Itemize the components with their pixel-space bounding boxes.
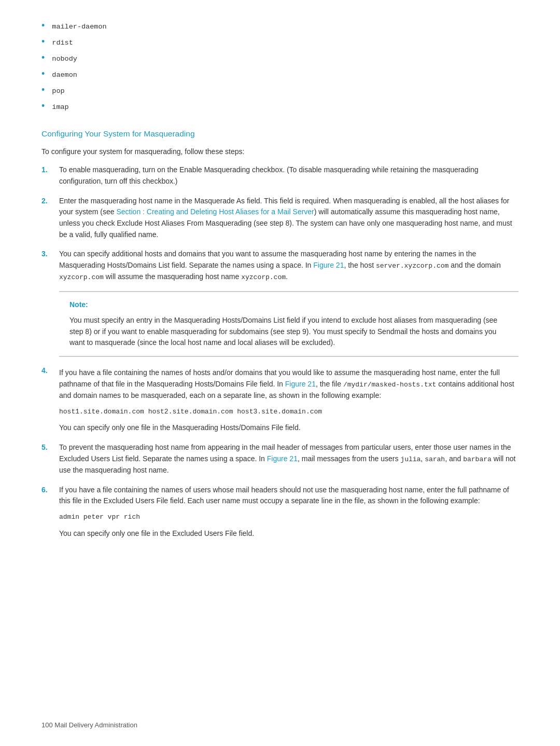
step-1-text: To enable masquerading, turn on the Enab…	[59, 164, 519, 187]
step-2: 2. Enter the masquerading host name in t…	[41, 196, 519, 241]
step-4-text: If you have a file containing the names …	[59, 367, 519, 434]
step-5-link[interactable]: Figure 21	[267, 454, 298, 463]
bullet-item-text: nobody	[52, 54, 77, 65]
step-5-code3: barbara	[463, 455, 492, 463]
step-3-code2: xyzcorp.com	[59, 273, 104, 281]
step-1: 1. To enable masquerading, turn on the E…	[41, 164, 519, 187]
step-5-code1: julia	[400, 455, 421, 463]
step-5-text-middle3: , and	[445, 454, 463, 463]
step-6-text-before: If you have a file containing the names …	[59, 486, 509, 505]
step-6-number: 6.	[41, 485, 56, 496]
step-3-number: 3.	[41, 248, 56, 260]
bullet-item-text: daemon	[52, 70, 77, 81]
bullet-icon: •	[41, 85, 45, 94]
bullet-item-text: rdist	[52, 38, 73, 49]
step-4-text-end: You can specify only one file in the Mas…	[59, 423, 301, 432]
step-3: 3. You can specify additional hosts and …	[41, 248, 519, 283]
intro-text: To configure your system for masqueradin…	[41, 146, 519, 158]
numbered-list: 1. To enable masquerading, turn on the E…	[41, 164, 519, 283]
bullet-item-text: pop	[52, 86, 64, 97]
step-4-number: 4.	[41, 365, 56, 377]
section-heading: Configuring Your System for Masquerading	[41, 128, 519, 140]
step-2-link[interactable]: Section : Creating and Deleting Host Ali…	[116, 208, 314, 216]
bullet-icon: •	[41, 101, 45, 110]
step-3-text: You can specify additional hosts and dom…	[59, 248, 519, 283]
step-6: 6. If you have a file containing the nam…	[41, 485, 519, 540]
numbered-list-continued: 4. If you have a file containing the nam…	[41, 365, 519, 539]
step-4-text-middle: , the file	[316, 380, 343, 388]
step-6-text: If you have a file containing the names …	[59, 485, 519, 540]
step-3-link[interactable]: Figure 21	[313, 261, 344, 269]
step-5-text-middle: , mail messages from the users	[298, 454, 400, 463]
note-box: Note: You must specify an entry in the M…	[59, 291, 519, 357]
step-3-text-end: .	[286, 272, 288, 281]
bullet-item-text: mailer-daemon	[52, 22, 106, 33]
step-4-code-block: host1.site.domain.com host2.site.domain.…	[59, 407, 519, 418]
step-1-number: 1.	[41, 164, 56, 176]
list-item: • rdist	[41, 37, 519, 49]
note-text: You must specify an entry in the Masquer…	[69, 315, 508, 349]
list-item: • mailer-daemon	[41, 21, 519, 33]
list-item: • pop	[41, 85, 519, 97]
step-2-text: Enter the masquerading host name in the …	[59, 196, 519, 241]
step-3-code3: xyzcorp.com	[241, 273, 286, 281]
list-item: • nobody	[41, 53, 519, 65]
step-3-text-middle2: and the domain	[449, 261, 500, 269]
bullet-icon: •	[41, 53, 45, 62]
bullet-icon: •	[41, 69, 45, 78]
step-4: 4. If you have a file containing the nam…	[41, 365, 519, 434]
step-5-code2: sarah	[425, 455, 445, 463]
step-3-text-after: will assume the masquerading host name	[104, 272, 241, 281]
step-4-link[interactable]: Figure 21	[285, 380, 316, 388]
step-6-text-end: You can specify only one file in the Exc…	[59, 529, 254, 537]
list-item: • imap	[41, 101, 519, 113]
step-5: 5. To prevent the masquerading host name…	[41, 442, 519, 476]
step-5-number: 5.	[41, 442, 56, 453]
step-5-text-middle2: ,	[421, 454, 425, 463]
list-item: • daemon	[41, 69, 519, 81]
bullet-list: • mailer-daemon • rdist • nobody • daemo…	[41, 21, 519, 113]
step-5-text: To prevent the masquerading host name fr…	[59, 442, 519, 476]
note-heading: Note:	[69, 299, 508, 311]
bullet-item-text: imap	[52, 102, 68, 113]
step-3-text-middle: , the host	[344, 261, 375, 269]
step-4-code1: /mydir/masked-hosts.txt	[343, 381, 436, 389]
step-2-number: 2.	[41, 196, 56, 207]
page-footer: 100 Mail Delivery Administration	[41, 720, 137, 730]
bullet-icon: •	[41, 21, 45, 30]
step-3-code1: server.xyzcorp.com	[376, 262, 449, 270]
bullet-icon: •	[41, 37, 45, 46]
step-6-code-block: admin peter vpr rich	[59, 512, 519, 523]
